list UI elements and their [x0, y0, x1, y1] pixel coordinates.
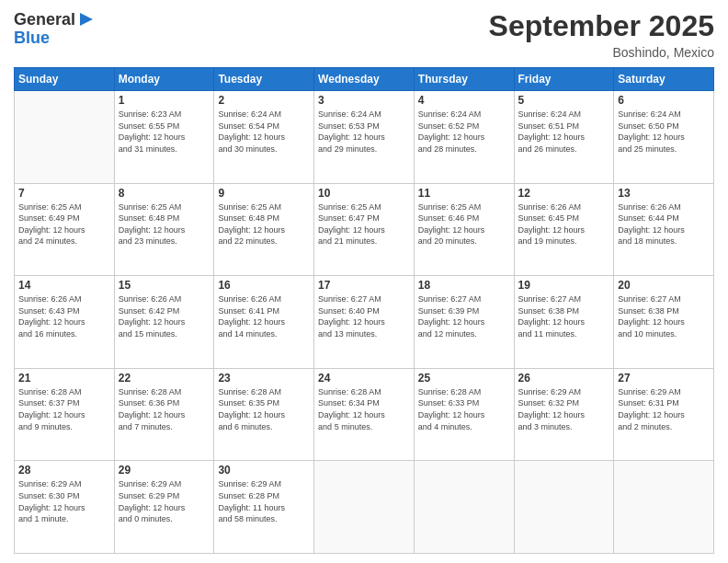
- day-info: Sunrise: 6:26 AM Sunset: 6:44 PM Dayligh…: [618, 201, 710, 247]
- calendar-cell: 6Sunrise: 6:24 AM Sunset: 6:50 PM Daylig…: [614, 91, 714, 184]
- day-info: Sunrise: 6:23 AM Sunset: 6:55 PM Dayligh…: [119, 109, 210, 155]
- calendar-cell: 23Sunrise: 6:28 AM Sunset: 6:35 PM Dayli…: [214, 368, 314, 461]
- day-info: Sunrise: 6:28 AM Sunset: 6:35 PM Dayligh…: [218, 386, 310, 432]
- day-number: 25: [418, 372, 510, 385]
- day-number: 16: [218, 279, 310, 292]
- calendar-cell: 16Sunrise: 6:26 AM Sunset: 6:41 PM Dayli…: [214, 276, 314, 369]
- day-number: 24: [318, 372, 410, 385]
- calendar-cell: 26Sunrise: 6:29 AM Sunset: 6:32 PM Dayli…: [514, 368, 614, 461]
- calendar-cell: 21Sunrise: 6:28 AM Sunset: 6:37 PM Dayli…: [15, 368, 115, 461]
- day-info: Sunrise: 6:26 AM Sunset: 6:42 PM Dayligh…: [119, 293, 210, 339]
- calendar-cell: 27Sunrise: 6:29 AM Sunset: 6:31 PM Dayli…: [614, 368, 714, 461]
- day-number: 19: [518, 279, 610, 292]
- calendar-week-row: 14Sunrise: 6:26 AM Sunset: 6:43 PM Dayli…: [15, 276, 714, 369]
- calendar-cell: 18Sunrise: 6:27 AM Sunset: 6:39 PM Dayli…: [414, 276, 514, 369]
- calendar-cell: 4Sunrise: 6:24 AM Sunset: 6:52 PM Daylig…: [414, 91, 514, 184]
- day-number: 18: [418, 279, 510, 292]
- weekday-header-sunday: Sunday: [15, 68, 115, 91]
- day-info: Sunrise: 6:24 AM Sunset: 6:50 PM Dayligh…: [618, 109, 710, 155]
- day-info: Sunrise: 6:26 AM Sunset: 6:41 PM Dayligh…: [218, 293, 310, 339]
- day-info: Sunrise: 6:29 AM Sunset: 6:31 PM Dayligh…: [618, 386, 710, 432]
- calendar-cell: 12Sunrise: 6:26 AM Sunset: 6:45 PM Dayli…: [514, 183, 614, 276]
- calendar-cell: 15Sunrise: 6:26 AM Sunset: 6:42 PM Dayli…: [114, 276, 214, 369]
- calendar-cell: 10Sunrise: 6:25 AM Sunset: 6:47 PM Dayli…: [314, 183, 415, 276]
- calendar-cell: 28Sunrise: 6:29 AM Sunset: 6:30 PM Dayli…: [15, 461, 115, 554]
- day-number: 11: [418, 187, 510, 200]
- weekday-header-friday: Friday: [514, 68, 614, 91]
- day-info: Sunrise: 6:25 AM Sunset: 6:47 PM Dayligh…: [318, 201, 410, 247]
- day-number: 23: [218, 372, 310, 385]
- day-number: 6: [618, 94, 710, 107]
- calendar-cell: 22Sunrise: 6:28 AM Sunset: 6:36 PM Dayli…: [114, 368, 214, 461]
- header: General Blue September 2025 Boshindo, Me…: [14, 9, 714, 60]
- day-info: Sunrise: 6:25 AM Sunset: 6:49 PM Dayligh…: [18, 201, 110, 247]
- day-info: Sunrise: 6:25 AM Sunset: 6:48 PM Dayligh…: [218, 201, 310, 247]
- calendar-week-row: 1Sunrise: 6:23 AM Sunset: 6:55 PM Daylig…: [15, 91, 714, 184]
- calendar-cell: 19Sunrise: 6:27 AM Sunset: 6:38 PM Dayli…: [514, 276, 614, 369]
- calendar-cell: [414, 461, 514, 554]
- calendar-cell: 20Sunrise: 6:27 AM Sunset: 6:38 PM Dayli…: [614, 276, 714, 369]
- calendar-week-row: 21Sunrise: 6:28 AM Sunset: 6:37 PM Dayli…: [15, 368, 714, 461]
- svg-marker-0: [80, 13, 93, 26]
- day-number: 1: [119, 94, 210, 107]
- calendar-cell: 30Sunrise: 6:29 AM Sunset: 6:28 PM Dayli…: [214, 461, 314, 554]
- calendar-cell: 9Sunrise: 6:25 AM Sunset: 6:48 PM Daylig…: [214, 183, 314, 276]
- weekday-header-wednesday: Wednesday: [314, 68, 415, 91]
- day-info: Sunrise: 6:28 AM Sunset: 6:37 PM Dayligh…: [18, 386, 110, 432]
- calendar-cell: 3Sunrise: 6:24 AM Sunset: 6:53 PM Daylig…: [314, 91, 415, 184]
- logo-arrow-icon: [78, 11, 95, 31]
- calendar-cell: 24Sunrise: 6:28 AM Sunset: 6:34 PM Dayli…: [314, 368, 415, 461]
- day-number: 12: [518, 187, 610, 200]
- logo-text: General: [14, 11, 75, 29]
- logo: General Blue: [14, 9, 95, 48]
- month-title: September 2025: [489, 9, 714, 43]
- day-number: 21: [18, 372, 110, 385]
- day-number: 8: [119, 187, 210, 200]
- day-number: 13: [618, 187, 710, 200]
- day-info: Sunrise: 6:27 AM Sunset: 6:38 PM Dayligh…: [518, 293, 610, 339]
- day-info: Sunrise: 6:24 AM Sunset: 6:52 PM Dayligh…: [418, 109, 510, 155]
- day-info: Sunrise: 6:24 AM Sunset: 6:53 PM Dayligh…: [318, 109, 410, 155]
- day-number: 29: [119, 464, 210, 477]
- weekday-header-saturday: Saturday: [614, 68, 714, 91]
- day-info: Sunrise: 6:27 AM Sunset: 6:40 PM Dayligh…: [318, 293, 410, 339]
- day-number: 22: [119, 372, 210, 385]
- day-number: 7: [18, 187, 110, 200]
- day-number: 27: [618, 372, 710, 385]
- calendar-cell: 17Sunrise: 6:27 AM Sunset: 6:40 PM Dayli…: [314, 276, 415, 369]
- calendar-cell: [314, 461, 415, 554]
- day-info: Sunrise: 6:29 AM Sunset: 6:32 PM Dayligh…: [518, 386, 610, 432]
- day-info: Sunrise: 6:26 AM Sunset: 6:45 PM Dayligh…: [518, 201, 610, 247]
- calendar-cell: [514, 461, 614, 554]
- calendar-cell: 1Sunrise: 6:23 AM Sunset: 6:55 PM Daylig…: [114, 91, 214, 184]
- day-info: Sunrise: 6:26 AM Sunset: 6:43 PM Dayligh…: [18, 293, 110, 339]
- day-info: Sunrise: 6:29 AM Sunset: 6:29 PM Dayligh…: [119, 478, 210, 524]
- day-number: 10: [318, 187, 410, 200]
- day-number: 9: [218, 187, 310, 200]
- day-info: Sunrise: 6:28 AM Sunset: 6:33 PM Dayligh…: [418, 386, 510, 432]
- day-info: Sunrise: 6:27 AM Sunset: 6:39 PM Dayligh…: [418, 293, 510, 339]
- day-info: Sunrise: 6:24 AM Sunset: 6:54 PM Dayligh…: [218, 109, 310, 155]
- day-number: 4: [418, 94, 510, 107]
- day-info: Sunrise: 6:28 AM Sunset: 6:36 PM Dayligh…: [119, 386, 210, 432]
- day-info: Sunrise: 6:27 AM Sunset: 6:38 PM Dayligh…: [618, 293, 710, 339]
- calendar-week-row: 7Sunrise: 6:25 AM Sunset: 6:49 PM Daylig…: [15, 183, 714, 276]
- calendar-cell: [614, 461, 714, 554]
- day-number: 28: [18, 464, 110, 477]
- day-info: Sunrise: 6:25 AM Sunset: 6:46 PM Dayligh…: [418, 201, 510, 247]
- calendar-body: 1Sunrise: 6:23 AM Sunset: 6:55 PM Daylig…: [15, 91, 714, 554]
- calendar-week-row: 28Sunrise: 6:29 AM Sunset: 6:30 PM Dayli…: [15, 461, 714, 554]
- weekday-header-tuesday: Tuesday: [214, 68, 314, 91]
- weekday-header-row: SundayMondayTuesdayWednesdayThursdayFrid…: [15, 68, 714, 91]
- location-title: Boshindo, Mexico: [489, 45, 714, 60]
- page: General Blue September 2025 Boshindo, Me…: [0, 0, 728, 563]
- day-number: 2: [218, 94, 310, 107]
- day-info: Sunrise: 6:28 AM Sunset: 6:34 PM Dayligh…: [318, 386, 410, 432]
- calendar-cell: 13Sunrise: 6:26 AM Sunset: 6:44 PM Dayli…: [614, 183, 714, 276]
- day-info: Sunrise: 6:29 AM Sunset: 6:30 PM Dayligh…: [18, 478, 110, 524]
- title-block: September 2025 Boshindo, Mexico: [489, 9, 714, 60]
- day-number: 14: [18, 279, 110, 292]
- day-number: 15: [119, 279, 210, 292]
- calendar-cell: 5Sunrise: 6:24 AM Sunset: 6:51 PM Daylig…: [514, 91, 614, 184]
- calendar-cell: 14Sunrise: 6:26 AM Sunset: 6:43 PM Dayli…: [15, 276, 115, 369]
